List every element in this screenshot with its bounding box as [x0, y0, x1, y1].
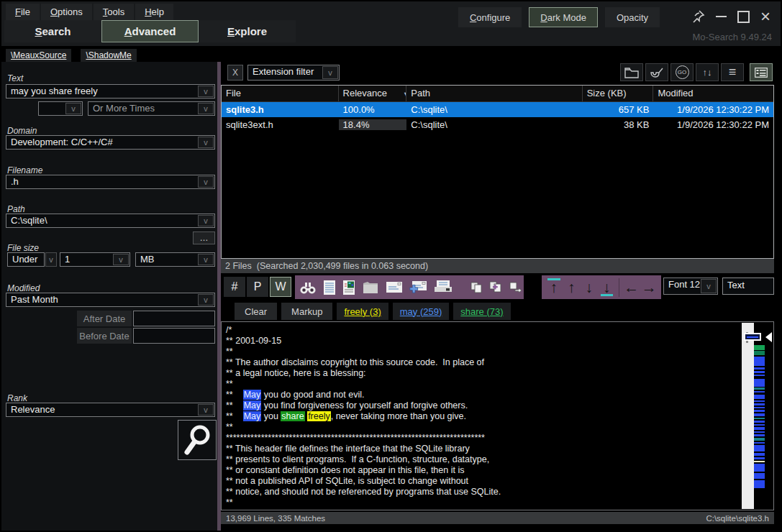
- chevron-down-icon[interactable]: v: [198, 86, 214, 97]
- column-header-path[interactable]: Path: [406, 86, 582, 101]
- minimap-stripe: [754, 367, 765, 370]
- modified-combo[interactable]: Past Month v: [6, 293, 215, 307]
- pin-icon[interactable]: [691, 9, 705, 24]
- minimap-stripe: [754, 421, 765, 423]
- email-button[interactable]: [386, 278, 403, 297]
- size-operator-combo[interactable]: Under: [7, 252, 45, 267]
- email-add-button[interactable]: [409, 278, 427, 297]
- chevron-down-icon[interactable]: v: [113, 254, 129, 265]
- chevron-down-icon[interactable]: v: [322, 66, 338, 79]
- chevron-down-icon[interactable]: v: [198, 103, 214, 114]
- find-button[interactable]: [299, 278, 317, 297]
- pipe-tool-button[interactable]: [645, 63, 668, 81]
- before-date-button[interactable]: Before Date: [77, 328, 132, 344]
- menu-file[interactable]: File: [6, 4, 40, 20]
- text-combo[interactable]: may you share freely v: [6, 84, 215, 98]
- browse-path-button[interactable]: …: [193, 231, 215, 244]
- chevron-down-icon[interactable]: v: [701, 279, 717, 293]
- chevron-down-icon[interactable]: v: [198, 176, 214, 188]
- toolbar-separator: [619, 278, 619, 297]
- or-more-times-combo[interactable]: Or More Times v: [88, 101, 215, 116]
- markup-button[interactable]: Markup: [281, 303, 332, 320]
- chevron-down-icon[interactable]: v: [198, 215, 214, 226]
- first-match-button[interactable]: ↑: [546, 280, 562, 295]
- pipe-icon: [650, 67, 664, 78]
- search-button[interactable]: [178, 420, 217, 460]
- details-view-button[interactable]: [750, 63, 773, 81]
- go-button[interactable]: GO: [670, 63, 694, 81]
- export-button[interactable]: [509, 278, 522, 297]
- hash-mode-button[interactable]: #: [224, 277, 245, 297]
- menu-help[interactable]: Help: [135, 4, 173, 20]
- tab-advanced[interactable]: Advanced: [101, 20, 199, 42]
- after-date-button[interactable]: After Date: [77, 311, 132, 326]
- extension-filter-combo[interactable]: Extension filter v: [247, 65, 340, 81]
- table-row[interactable]: sqlite3ext.h 18.4% C:\sqlite\ 38 KB 1/9/…: [222, 117, 773, 132]
- preview-code-line: ** 2001-09-15: [226, 336, 737, 347]
- chevron-down-icon[interactable]: v: [45, 252, 57, 267]
- minimize-button[interactable]: [716, 16, 727, 17]
- filter-clear-button[interactable]: X: [227, 65, 243, 81]
- font-size-combo[interactable]: Font 12 v: [663, 278, 718, 295]
- next-match-button[interactable]: ↓: [581, 280, 597, 295]
- view-text-button[interactable]: [323, 278, 336, 297]
- chevron-down-icon[interactable]: v: [65, 103, 81, 114]
- shortcut-shadowme[interactable]: \ShadowMe: [81, 49, 136, 62]
- count-combo[interactable]: v: [38, 101, 83, 116]
- domain-combo[interactable]: Development: C/C++/C# v: [6, 135, 215, 150]
- match-link-share[interactable]: share (73): [453, 303, 510, 320]
- paragraph-mode-button[interactable]: P: [247, 277, 268, 297]
- minimap-stripe: [754, 410, 765, 412]
- menu-options[interactable]: Options: [41, 4, 92, 20]
- close-button[interactable]: ×: [760, 9, 770, 24]
- path-combo[interactable]: C:\sqlite\ v: [6, 214, 215, 228]
- chevron-down-icon[interactable]: v: [198, 254, 214, 265]
- minimap-position-marker[interactable]: [744, 333, 761, 341]
- table-row[interactable]: sqlite3.h 100.0% C:\sqlite\ 657 KB 1/9/2…: [222, 102, 773, 117]
- copy-button[interactable]: [470, 278, 483, 297]
- list-view-button[interactable]: ≡: [721, 63, 744, 81]
- maximize-button[interactable]: [737, 11, 750, 23]
- preview-text[interactable]: /*** 2001-09-15**** The author disclaims…: [223, 324, 740, 508]
- size-value-combo[interactable]: 1 v: [60, 252, 130, 267]
- minimap-stripe: [754, 357, 765, 366]
- column-header-file[interactable]: File: [222, 86, 339, 101]
- opacity-button[interactable]: Opacity: [605, 7, 660, 27]
- menu-tools[interactable]: Tools: [94, 4, 134, 20]
- copy-append-button[interactable]: [489, 278, 503, 297]
- previous-match-button[interactable]: ↑: [564, 280, 580, 295]
- view-mode-field[interactable]: Text: [722, 278, 774, 295]
- chevron-down-icon[interactable]: v: [198, 294, 214, 306]
- column-header-size[interactable]: Size (KB): [583, 86, 654, 101]
- print-button[interactable]: [433, 278, 453, 297]
- word-mode-button[interactable]: W: [270, 277, 291, 297]
- minimap-stripe: [754, 375, 765, 376]
- open-folder-button[interactable]: [620, 63, 643, 81]
- open-containing-folder-button[interactable]: [362, 278, 379, 297]
- minimap-stripe: [754, 438, 765, 441]
- tab-explore[interactable]: Explore: [199, 20, 296, 42]
- dark-mode-button[interactable]: Dark Mode: [529, 7, 598, 27]
- tab-search[interactable]: Search: [4, 20, 101, 42]
- match-link-freely[interactable]: freely (3): [337, 303, 388, 320]
- filename-combo[interactable]: .h v: [6, 175, 215, 189]
- match-link-may[interactable]: may (259): [393, 303, 450, 320]
- column-header-modified[interactable]: Modified: [653, 86, 773, 101]
- last-match-button[interactable]: ↓: [599, 280, 615, 295]
- chevron-down-icon[interactable]: v: [198, 137, 214, 148]
- chevron-down-icon[interactable]: v: [198, 404, 214, 416]
- preview-scrollbar[interactable]: [742, 323, 754, 509]
- shortcut-meauxsource[interactable]: \MeauxSource: [6, 49, 71, 62]
- match-minimap[interactable]: [754, 323, 766, 509]
- view-markup-button[interactable]: [342, 278, 355, 297]
- forward-button[interactable]: →: [641, 280, 657, 295]
- rank-combo[interactable]: Relevance v: [6, 403, 215, 417]
- size-unit-combo[interactable]: MB v: [135, 252, 215, 267]
- sort-direction-button[interactable]: ↑↓: [696, 63, 719, 81]
- column-header-relevance[interactable]: Relevance▼: [339, 86, 407, 101]
- clear-button[interactable]: Clear: [235, 303, 277, 320]
- after-date-input[interactable]: [133, 311, 215, 326]
- back-button[interactable]: ←: [624, 280, 640, 295]
- configure-button[interactable]: Configure: [458, 7, 522, 27]
- before-date-input[interactable]: [133, 328, 215, 344]
